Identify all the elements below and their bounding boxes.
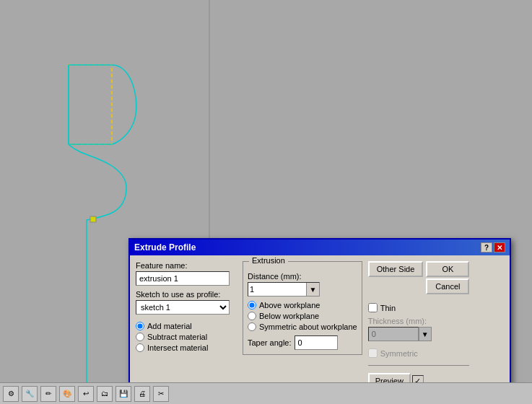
distance-row: Distance (mm):: [248, 272, 357, 281]
thickness-input-wrapper: ▼: [368, 327, 470, 341]
cancel-button[interactable]: Cancel: [426, 278, 469, 294]
below-workplane-radio[interactable]: [248, 312, 256, 320]
below-workplane-radio-item[interactable]: Below workplane: [248, 312, 357, 320]
taskbar-icon-2[interactable]: 🔧: [22, 386, 38, 402]
right-top-buttons: Other Side OK: [368, 261, 470, 277]
other-side-button[interactable]: Other Side: [368, 261, 424, 277]
taper-input[interactable]: [295, 335, 338, 350]
feature-name-input[interactable]: [136, 271, 230, 286]
symmetric-workplane-radio-item[interactable]: Symmetric about workplane: [248, 322, 357, 331]
extrusion-group-title: Extrusion: [249, 256, 288, 265]
add-material-label: Add material: [147, 322, 192, 330]
symmetric-workplane-radio[interactable]: [248, 322, 256, 331]
extrude-profile-dialog: Extrude Profile ? ✕ Feature name: Sketch…: [128, 238, 511, 404]
svg-rect-3: [90, 216, 96, 222]
sketch-select[interactable]: sketch 1: [136, 300, 230, 315]
symmetric-checkbox-item[interactable]: Symmetric: [368, 348, 418, 358]
below-workplane-label: Below workplane: [259, 312, 319, 320]
feature-name-label: Feature name:: [136, 261, 237, 270]
taskbar-icon-5[interactable]: ↩: [78, 386, 94, 402]
thickness-group: Thickness (mm): ▼: [368, 317, 470, 341]
thin-row: Thin: [368, 303, 470, 312]
subtract-material-radio-item[interactable]: Subtract material: [136, 333, 237, 341]
intersect-material-radio[interactable]: [136, 343, 144, 352]
dialog-title: Extrude Profile: [134, 242, 196, 252]
thickness-input: [368, 327, 419, 341]
sketch-label: Sketch to use as profile:: [136, 290, 237, 299]
extrusion-group-box: Extrusion Distance (mm): ▼ Above workpla…: [243, 261, 362, 355]
thickness-dropdown: ▼: [419, 327, 432, 341]
intersect-material-radio-item[interactable]: Intersect material: [136, 343, 237, 352]
help-button[interactable]: ?: [481, 242, 492, 252]
divider: [368, 365, 470, 366]
taskbar-icon-1[interactable]: ⚙: [3, 386, 19, 402]
add-material-radio-item[interactable]: Add material: [136, 322, 237, 330]
distance-dropdown[interactable]: ▼: [306, 283, 319, 296]
thin-label: Thin: [380, 304, 396, 312]
symmetric-row: Symmetric: [368, 348, 470, 358]
taper-label: Taper angle:: [248, 338, 292, 347]
taskbar-icon-6[interactable]: 🗂: [97, 386, 113, 402]
feature-name-group: Feature name:: [136, 261, 237, 286]
subtract-material-label: Subtract material: [147, 333, 207, 341]
taskbar-icon-8[interactable]: 🖨: [134, 386, 150, 402]
distance-label: Distance (mm):: [248, 272, 302, 281]
above-workplane-radio-item[interactable]: Above workplane: [248, 301, 357, 309]
ok-button[interactable]: OK: [426, 261, 469, 277]
material-radio-group: Add material Subtract material Intersect…: [136, 322, 237, 352]
thin-checkbox[interactable]: [368, 303, 378, 312]
distance-input[interactable]: [248, 285, 306, 294]
thin-checkbox-item[interactable]: Thin: [368, 303, 396, 312]
dialog-title-buttons: ? ✕: [481, 242, 505, 252]
taskbar-icon-9[interactable]: ✂: [153, 386, 169, 402]
taper-row: Taper angle:: [248, 335, 357, 350]
intersect-material-label: Intersect material: [147, 343, 208, 352]
taskbar-icon-7[interactable]: 💾: [115, 386, 131, 402]
symmetric-label: Symmetric: [380, 349, 418, 358]
extrusion-radios: Above workplane Below workplane Symmetri…: [248, 301, 357, 331]
dialog-titlebar: Extrude Profile ? ✕: [130, 240, 510, 255]
close-button[interactable]: ✕: [494, 242, 505, 252]
add-material-radio[interactable]: [136, 322, 144, 330]
svg-rect-1: [69, 65, 112, 144]
symmetric-checkbox: [368, 348, 378, 358]
above-workplane-label: Above workplane: [259, 301, 320, 309]
distance-input-row: ▼: [248, 282, 357, 297]
thickness-label: Thickness (mm):: [368, 317, 470, 325]
above-workplane-radio[interactable]: [248, 301, 256, 309]
symmetric-workplane-label: Symmetric about workplane: [259, 322, 357, 331]
taskbar-icon-4[interactable]: 🎨: [59, 386, 75, 402]
subtract-material-radio[interactable]: [136, 333, 144, 341]
taskbar: ⚙ 🔧 ✏ 🎨 ↩ 🗂 💾 🖨 ✂: [0, 382, 532, 404]
sketch-group: Sketch to use as profile: sketch 1: [136, 290, 237, 315]
taskbar-icon-3[interactable]: ✏: [40, 386, 56, 402]
distance-input-wrapper: ▼: [248, 282, 320, 297]
